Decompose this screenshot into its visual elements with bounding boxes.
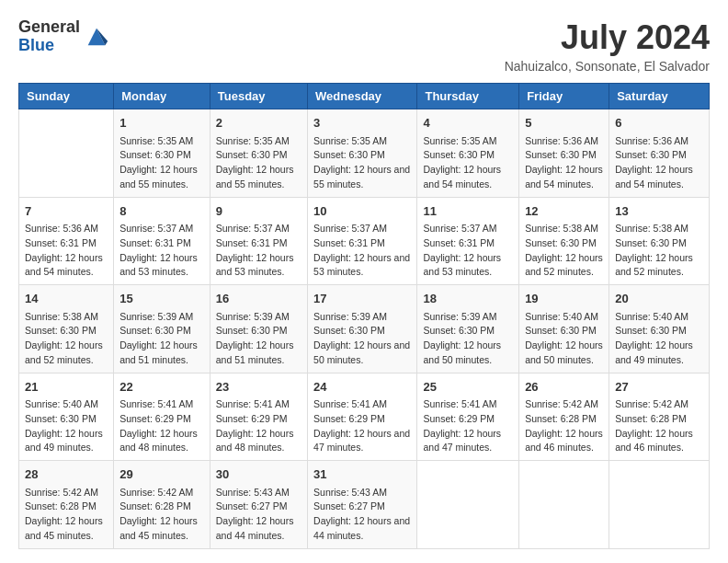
sunrise-text: Sunrise: 5:36 AM bbox=[525, 135, 598, 146]
calendar-cell bbox=[519, 461, 609, 549]
sunset-text: Sunset: 6:30 PM bbox=[615, 149, 687, 160]
calendar-cell: 25Sunrise: 5:41 AMSunset: 6:29 PMDayligh… bbox=[417, 373, 519, 461]
sunset-text: Sunset: 6:30 PM bbox=[615, 325, 687, 336]
calendar-cell: 24Sunrise: 5:41 AMSunset: 6:29 PMDayligh… bbox=[308, 373, 417, 461]
sunset-text: Sunset: 6:30 PM bbox=[216, 149, 288, 160]
calendar-cell bbox=[19, 109, 114, 198]
sunrise-text: Sunrise: 5:43 AM bbox=[216, 487, 290, 498]
page-header: General Blue July 2024 Nahuizalco, Sonso… bbox=[18, 18, 710, 74]
day-number: 21 bbox=[25, 378, 108, 396]
logo-icon bbox=[84, 24, 109, 50]
day-number: 15 bbox=[119, 290, 204, 308]
sunset-text: Sunset: 6:31 PM bbox=[119, 237, 191, 248]
calendar-cell: 20Sunrise: 5:40 AMSunset: 6:30 PMDayligh… bbox=[609, 285, 710, 373]
daylight-text: Daylight: 12 hours and 47 minutes. bbox=[423, 428, 501, 454]
daylight-text: Daylight: 12 hours and 52 minutes. bbox=[25, 339, 103, 365]
sunrise-text: Sunrise: 5:40 AM bbox=[615, 311, 688, 322]
calendar-cell: 26Sunrise: 5:42 AMSunset: 6:28 PMDayligh… bbox=[519, 373, 609, 461]
sunset-text: Sunset: 6:30 PM bbox=[119, 325, 191, 336]
calendar-cell: 13Sunrise: 5:38 AMSunset: 6:30 PMDayligh… bbox=[609, 197, 710, 285]
daylight-text: Daylight: 12 hours and 46 minutes. bbox=[615, 428, 693, 454]
calendar-cell: 6Sunrise: 5:36 AMSunset: 6:30 PMDaylight… bbox=[609, 109, 710, 198]
calendar-week-row: 1Sunrise: 5:35 AMSunset: 6:30 PMDaylight… bbox=[19, 109, 710, 198]
weekday-header-saturday: Saturday bbox=[609, 84, 710, 109]
calendar-week-row: 28Sunrise: 5:42 AMSunset: 6:28 PMDayligh… bbox=[19, 461, 710, 549]
day-number: 28 bbox=[25, 465, 108, 484]
calendar-cell bbox=[609, 461, 710, 549]
daylight-text: Daylight: 12 hours and 54 minutes. bbox=[25, 252, 103, 278]
day-number: 30 bbox=[216, 465, 301, 484]
calendar-cell: 30Sunrise: 5:43 AMSunset: 6:27 PMDayligh… bbox=[210, 461, 307, 549]
sunrise-text: Sunrise: 5:35 AM bbox=[216, 135, 290, 146]
calendar-cell: 16Sunrise: 5:39 AMSunset: 6:30 PMDayligh… bbox=[210, 285, 307, 373]
daylight-text: Daylight: 12 hours and 51 minutes. bbox=[216, 339, 294, 365]
sunrise-text: Sunrise: 5:41 AM bbox=[423, 398, 496, 409]
sunrise-text: Sunrise: 5:35 AM bbox=[119, 135, 193, 146]
calendar-table: SundayMondayTuesdayWednesdayThursdayFrid… bbox=[18, 83, 710, 549]
daylight-text: Daylight: 12 hours and 53 minutes. bbox=[119, 252, 198, 278]
sunrise-text: Sunrise: 5:39 AM bbox=[216, 311, 290, 322]
daylight-text: Daylight: 12 hours and 49 minutes. bbox=[25, 428, 103, 454]
sunset-text: Sunset: 6:28 PM bbox=[25, 500, 97, 511]
daylight-text: Daylight: 12 hours and 47 minutes. bbox=[313, 428, 410, 454]
day-number: 7 bbox=[25, 202, 108, 221]
sunrise-text: Sunrise: 5:38 AM bbox=[25, 311, 98, 322]
day-number: 1 bbox=[119, 114, 204, 132]
day-number: 10 bbox=[313, 202, 411, 221]
weekday-header-wednesday: Wednesday bbox=[308, 84, 417, 109]
calendar-cell: 23Sunrise: 5:41 AMSunset: 6:29 PMDayligh… bbox=[210, 373, 307, 461]
logo-text: General Blue bbox=[18, 18, 80, 55]
sunset-text: Sunset: 6:30 PM bbox=[25, 325, 97, 336]
calendar-cell: 4Sunrise: 5:35 AMSunset: 6:30 PMDaylight… bbox=[417, 109, 519, 198]
sunset-text: Sunset: 6:30 PM bbox=[25, 413, 97, 424]
sunrise-text: Sunrise: 5:37 AM bbox=[423, 223, 496, 234]
calendar-cell: 14Sunrise: 5:38 AMSunset: 6:30 PMDayligh… bbox=[19, 285, 114, 373]
sunrise-text: Sunrise: 5:37 AM bbox=[216, 223, 290, 234]
daylight-text: Daylight: 12 hours and 55 minutes. bbox=[313, 164, 410, 190]
sunset-text: Sunset: 6:30 PM bbox=[119, 149, 191, 160]
daylight-text: Daylight: 12 hours and 46 minutes. bbox=[525, 428, 603, 454]
sunset-text: Sunset: 6:29 PM bbox=[119, 413, 191, 424]
sunrise-text: Sunrise: 5:42 AM bbox=[525, 398, 598, 409]
daylight-text: Daylight: 12 hours and 54 minutes. bbox=[615, 164, 693, 190]
daylight-text: Daylight: 12 hours and 50 minutes. bbox=[423, 339, 501, 365]
sunrise-text: Sunrise: 5:41 AM bbox=[216, 398, 290, 409]
day-number: 8 bbox=[119, 202, 204, 221]
daylight-text: Daylight: 12 hours and 48 minutes. bbox=[216, 428, 294, 454]
sunset-text: Sunset: 6:30 PM bbox=[525, 325, 597, 336]
sunset-text: Sunset: 6:29 PM bbox=[216, 413, 288, 424]
day-number: 13 bbox=[615, 202, 703, 221]
day-number: 11 bbox=[423, 202, 513, 221]
sunrise-text: Sunrise: 5:39 AM bbox=[313, 311, 387, 322]
day-number: 22 bbox=[119, 378, 204, 396]
day-number: 5 bbox=[525, 114, 603, 132]
day-number: 26 bbox=[525, 378, 603, 396]
daylight-text: Daylight: 12 hours and 52 minutes. bbox=[615, 252, 693, 278]
daylight-text: Daylight: 12 hours and 54 minutes. bbox=[423, 164, 501, 190]
day-number: 6 bbox=[615, 114, 703, 132]
sunset-text: Sunset: 6:29 PM bbox=[313, 413, 385, 424]
sunset-text: Sunset: 6:31 PM bbox=[25, 237, 97, 248]
day-number: 12 bbox=[525, 202, 603, 221]
calendar-cell: 9Sunrise: 5:37 AMSunset: 6:31 PMDaylight… bbox=[210, 197, 307, 285]
logo-general: General bbox=[18, 18, 80, 37]
logo: General Blue bbox=[18, 18, 109, 55]
daylight-text: Daylight: 12 hours and 45 minutes. bbox=[25, 515, 103, 541]
calendar-cell: 1Sunrise: 5:35 AMSunset: 6:30 PMDaylight… bbox=[114, 109, 210, 198]
month-year-title: July 2024 bbox=[505, 18, 710, 57]
daylight-text: Daylight: 12 hours and 44 minutes. bbox=[216, 515, 294, 541]
sunrise-text: Sunrise: 5:41 AM bbox=[313, 398, 387, 409]
daylight-text: Daylight: 12 hours and 50 minutes. bbox=[313, 339, 410, 365]
daylight-text: Daylight: 12 hours and 54 minutes. bbox=[525, 164, 603, 190]
sunrise-text: Sunrise: 5:35 AM bbox=[313, 135, 387, 146]
logo-blue: Blue bbox=[18, 37, 80, 55]
sunset-text: Sunset: 6:31 PM bbox=[313, 237, 385, 248]
calendar-week-row: 14Sunrise: 5:38 AMSunset: 6:30 PMDayligh… bbox=[19, 285, 710, 373]
sunrise-text: Sunrise: 5:37 AM bbox=[119, 223, 193, 234]
sunrise-text: Sunrise: 5:37 AM bbox=[313, 223, 387, 234]
sunset-text: Sunset: 6:30 PM bbox=[216, 325, 288, 336]
sunset-text: Sunset: 6:31 PM bbox=[423, 237, 495, 248]
day-number: 16 bbox=[216, 290, 301, 308]
sunrise-text: Sunrise: 5:35 AM bbox=[423, 135, 496, 146]
day-number: 17 bbox=[313, 290, 411, 308]
